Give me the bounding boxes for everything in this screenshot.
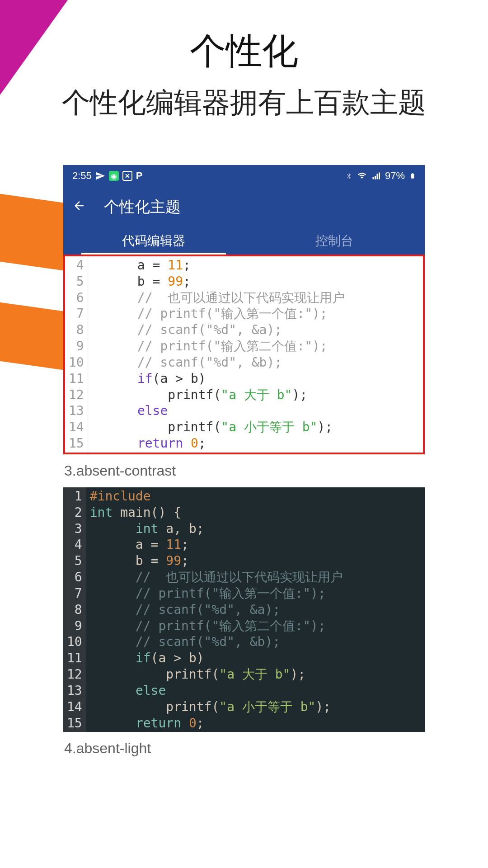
- page-subtitle: 个性化编辑器拥有上百款主题: [0, 84, 488, 122]
- wifi-icon: [357, 172, 367, 180]
- tab-code-editor[interactable]: 代码编辑器: [63, 227, 244, 255]
- code-body: #include int main() { int a, b; a = 11; …: [86, 487, 343, 732]
- tabs: 代码编辑器 控制台: [63, 227, 425, 255]
- p-icon: P: [136, 170, 143, 182]
- battery-percentage: 97%: [385, 170, 405, 182]
- line-gutter: 456789101112131415: [65, 256, 88, 453]
- code-body: a = 11; b = 99; // 也可以通过以下代码实现让用户 // pri…: [88, 256, 345, 453]
- tab-console[interactable]: 控制台: [244, 227, 425, 255]
- code-preview-dark: 123456789101112131415 #include int main(…: [63, 487, 425, 732]
- x-icon: ✕: [122, 171, 132, 181]
- telegram-icon: [95, 171, 105, 181]
- theme-label-4: 4.absent-light: [63, 732, 425, 765]
- bluetooth-icon: [345, 171, 352, 180]
- tab-label: 控制台: [315, 232, 353, 250]
- phone-screenshot: 2:55 ◉ ✕ P 97%: [63, 165, 425, 868]
- tab-label: 代码编辑器: [122, 232, 185, 250]
- battery-icon: [409, 171, 416, 181]
- status-time: 2:55: [72, 170, 92, 182]
- app-bar: 个性化主题: [63, 187, 425, 227]
- signal-icon: [371, 172, 380, 180]
- app-bar-title: 个性化主题: [104, 197, 181, 217]
- theme-label-3: 3.absent-contrast: [63, 454, 425, 487]
- line-gutter: 123456789101112131415: [63, 487, 86, 732]
- app-icon: ◉: [109, 171, 119, 181]
- status-bar: 2:55 ◉ ✕ P 97%: [63, 165, 425, 187]
- code-preview-light: 456789101112131415 a = 11; b = 99; // 也可…: [63, 255, 425, 454]
- page-title: 个性化: [0, 27, 488, 76]
- back-button[interactable]: [72, 198, 86, 216]
